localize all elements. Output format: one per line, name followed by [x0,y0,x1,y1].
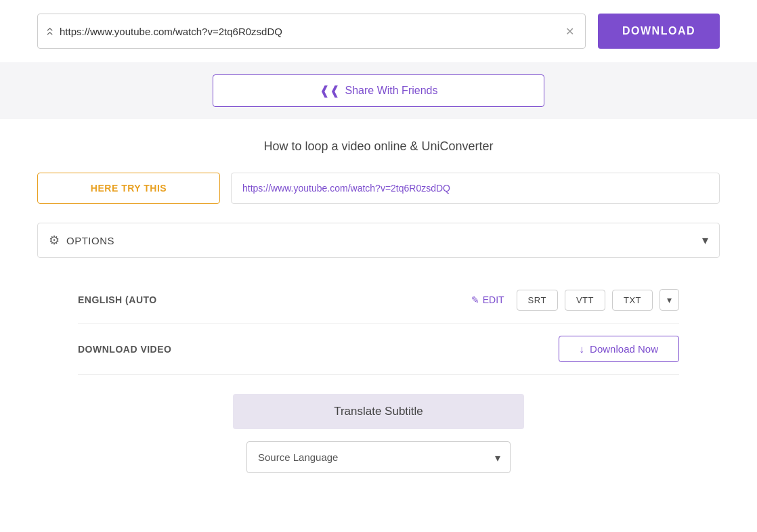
download-arrow-icon: ↓ [580,343,585,355]
options-bar[interactable]: ⚙ OPTIONS ▾ [37,223,720,258]
language-label: ENGLISH (AUTO [78,294,157,305]
page-title: How to loop a video online & UniConverte… [37,139,720,154]
subtitle-row: ENGLISH (AUTO ✎ EDIT SRT VTT TXT ▾ [78,277,679,324]
try-this-button[interactable]: HERE TRY THIS [37,173,220,204]
share-icon: ❰❰ [320,83,340,98]
try-row: HERE TRY THIS https://www.youtube.com/wa… [37,173,720,204]
gear-icon: ⚙ [49,233,60,248]
clear-icon: ✕ [565,26,574,37]
results-section: ENGLISH (AUTO ✎ EDIT SRT VTT TXT ▾ DOWNL… [37,277,720,473]
download-now-label: Download Now [590,343,658,355]
edit-label: EDIT [483,294,504,305]
vtt-button[interactable]: VTT [565,290,605,311]
options-chevron-icon: ▾ [702,233,708,248]
download-video-row: DOWNLOAD VIDEO ↓ Download Now [78,324,679,375]
url-dropdown-button[interactable]: ‹‹ [46,24,60,39]
share-label: Share With Friends [345,85,438,97]
subtitle-actions: ✎ EDIT SRT VTT TXT ▾ [471,289,679,311]
options-label: OPTIONS [66,235,114,246]
more-chevron-icon: ▾ [667,294,672,305]
more-formats-button[interactable]: ▾ [659,289,679,311]
txt-button[interactable]: TXT [612,290,653,311]
main-content: How to loop a video online & UniConverte… [0,119,757,500]
edit-button[interactable]: ✎ EDIT [471,294,504,305]
download-video-label: DOWNLOAD VIDEO [78,344,171,355]
try-url-display: https://www.youtube.com/watch?v=2tq6R0zs… [231,173,720,204]
share-banner: ❰❰ Share With Friends [0,62,757,119]
source-language-wrapper: Source Language ▾ [246,441,511,473]
translate-section: Translate Subtitle Source Language ▾ [78,394,679,473]
download-now-button[interactable]: ↓ Download Now [559,336,679,362]
top-bar: ‹‹ https://www.youtube.com/watch?v=2tq6R… [0,0,757,62]
translate-subtitle-button[interactable]: Translate Subtitle [233,394,524,429]
pencil-icon: ✎ [471,294,479,305]
url-clear-button[interactable]: ✕ [563,25,577,38]
download-button[interactable]: DOWNLOAD [598,14,720,49]
options-left: ⚙ OPTIONS [49,233,114,248]
url-input[interactable]: https://www.youtube.com/watch?v=2tq6R0zs… [60,26,563,37]
source-language-select[interactable]: Source Language [247,442,510,472]
dropdown-chevron-icon: ‹‹ [43,27,58,35]
url-input-wrapper: ‹‹ https://www.youtube.com/watch?v=2tq6R… [37,14,586,49]
srt-button[interactable]: SRT [517,290,558,311]
share-with-friends-button[interactable]: ❰❰ Share With Friends [213,74,544,107]
